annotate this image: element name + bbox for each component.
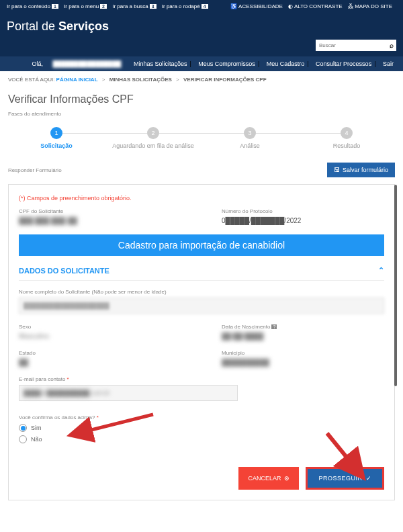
cpf-label: CPF do Solicitante (19, 208, 181, 214)
menu-solicitacoes[interactable]: Minhas Solicitações (131, 60, 190, 67)
contrast-link[interactable]: ◐ ALTO CONTRASTE (288, 3, 343, 9)
sexo-value: Masculino (19, 332, 181, 340)
menu-processos[interactable]: Consultar Processos (313, 60, 374, 67)
sitemap-link[interactable]: ⁂ MAPA DO SITE (348, 3, 392, 9)
breadcrumb-current: VERIFICAR INFORMAÇÕES CPF (183, 77, 267, 83)
radio-nao[interactable]: Não (19, 435, 384, 443)
municipio-value: ██████████ (222, 359, 384, 366)
scrollbar[interactable] (394, 185, 397, 386)
radio-sim[interactable]: Sim (19, 424, 384, 432)
page-title: Verificar Informações CPF (8, 93, 395, 105)
save-button[interactable]: 🖫Salvar formulário (327, 163, 395, 177)
cpf-value: ███.███.███-██ (19, 217, 77, 224)
proceed-button[interactable]: PROSSEGUIR✓ (306, 467, 384, 490)
skip-footer[interactable]: Ir para o rodapé4 (162, 3, 208, 9)
breadcrumb: VOCÊ ESTÁ AQUI: PÁGINA INICIAL > MINHAS … (0, 71, 403, 88)
menu-compromissos[interactable]: Meus Compromissos (195, 60, 258, 67)
radio-icon (19, 435, 27, 443)
form-container: (*) Campos de preenchimento obrigatório.… (8, 184, 395, 500)
confirm-label: Você confirma os dados acima? * (19, 414, 384, 420)
accessibility-link[interactable]: ♿ ACESSIBILIDADE (230, 3, 283, 9)
required-note: (*) Campos de preenchimento obrigatório. (19, 195, 384, 202)
step-1: 1Solicitação (8, 127, 105, 149)
search-input[interactable] (319, 42, 390, 48)
sexo-label: Sexo (19, 324, 181, 330)
skip-menu[interactable]: Ir para o menu2 (64, 3, 107, 9)
email-label: E-mail para contato * (19, 376, 384, 382)
section-header[interactable]: DADOS DO SOLICITANTE⌃ (19, 256, 384, 281)
breadcrumb-home[interactable]: PÁGINA INICIAL (56, 77, 98, 83)
top-accessibility-bar: Ir para o conteúdo1 Ir para o menu2 Ir p… (0, 0, 403, 13)
protocolo-label: Número do Protocolo (222, 208, 384, 214)
phases-label: Fases do atendimento (8, 111, 395, 117)
form-header-label: Responder Formulário (8, 167, 62, 173)
protocolo-value: 0█████/███████/2022 (222, 217, 301, 224)
breadcrumb-solicitacoes[interactable]: MINHAS SOLICITAÇÕES (109, 77, 172, 83)
skip-search[interactable]: Ir para a busca3 (112, 3, 156, 9)
step-2: 2Aguardando em fila de análise (105, 127, 202, 149)
estado-label: Estado (19, 350, 181, 356)
skip-content[interactable]: Ir para o conteúdo1 (7, 3, 58, 9)
search-box[interactable]: ⌕ (316, 40, 396, 51)
step-4: 4Resultado (298, 127, 395, 149)
cancel-icon: ⊗ (284, 475, 289, 482)
nome-field: ████████████████████ (19, 298, 384, 314)
greeting: Olá, ████████████████ (24, 60, 126, 67)
header: Portal de Serviços ⌕ (0, 13, 403, 56)
save-icon: 🖫 (334, 167, 340, 173)
collapse-icon[interactable]: ⌃ (378, 266, 384, 275)
form-banner: Cadastro para importação de canabidiol (19, 234, 384, 256)
step-indicator: 1Solicitação 2Aguardando em fila de anál… (8, 127, 395, 149)
menu-sair[interactable]: Sair (380, 60, 396, 67)
info-icon[interactable]: ? (271, 324, 277, 329)
cancel-button[interactable]: CANCELAR⊗ (238, 467, 299, 490)
municipio-label: Município (222, 350, 384, 356)
search-icon[interactable]: ⌕ (390, 42, 394, 49)
logo[interactable]: Portal de Serviços (7, 16, 396, 37)
check-icon: ✓ (366, 475, 372, 482)
estado-value: ██ (19, 359, 181, 366)
email-field[interactable]: ████@██████████.com.br (19, 385, 238, 401)
menu-cadastro[interactable]: Meu Cadastro (264, 60, 308, 67)
nome-label: Nome completo do Solicitante (Não pode s… (19, 289, 384, 295)
main-menu: Olá, ████████████████ Minhas Solicitaçõe… (0, 56, 403, 71)
radio-icon (19, 424, 27, 432)
step-3: 3Análise (202, 127, 298, 149)
nascimento-label: Data de Nascimento? (222, 324, 384, 330)
nascimento-value: ██/██/████ (222, 332, 384, 340)
